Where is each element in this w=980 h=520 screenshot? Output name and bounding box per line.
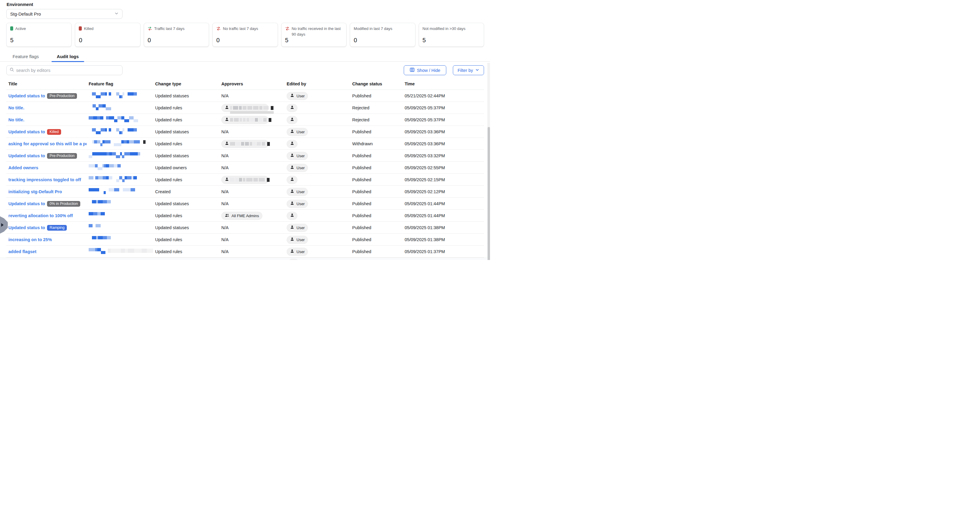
environment-select-value: Stg-Default Pro: [10, 11, 41, 16]
redaction-block: [89, 164, 93, 167]
search-box[interactable]: [6, 65, 123, 75]
approver-redacted-pill: [221, 140, 269, 148]
cell-edited-by: User: [285, 234, 350, 246]
column-header-approvers: Approvers: [219, 78, 285, 90]
redaction-block-dark: [269, 118, 271, 122]
redaction-block: [99, 104, 102, 108]
redaction-block: [96, 131, 101, 134]
stat-card-label-row: No traffic received in the last 90 days: [285, 26, 343, 37]
cell-title: Updated status toRamping: [6, 222, 87, 234]
cell-feature-flag: [87, 186, 153, 198]
status-badge: 0% in Production: [47, 201, 80, 207]
tab-audit-logs[interactable]: Audit logs: [51, 51, 84, 62]
audit-entry-link[interactable]: Updated status to: [8, 153, 45, 158]
person-icon: [290, 105, 294, 111]
redaction-block-gray: [263, 118, 267, 122]
person-icon: [290, 93, 294, 99]
audit-log-table: TitleFeature flagChange typeApproversEdi…: [6, 78, 484, 258]
cell-time: 05/09/2025 01:38PM: [402, 222, 484, 234]
editor-user-pill: User: [286, 152, 308, 160]
cell-feature-flag: [87, 222, 153, 234]
audit-entry-link[interactable]: tracking impressions toggled to off: [8, 177, 81, 182]
redaction-block: [112, 188, 115, 191]
redaction-block: [97, 140, 100, 143]
cell-time: 05/09/2025 02:55PM: [402, 162, 484, 174]
audit-entry-link[interactable]: Updated status to: [8, 94, 45, 98]
redaction-block: [133, 176, 137, 180]
redaction-block: [129, 140, 134, 143]
cell-change-type: Updated statuses: [153, 90, 219, 102]
redaction-block: [95, 152, 99, 156]
stat-card: Not modified in >30 days5: [419, 23, 484, 47]
cell-time: 05/09/2025 05:37PM: [402, 102, 484, 114]
cell-title: added flagset: [6, 246, 87, 258]
stat-card-label: Modified in last 7 days: [354, 26, 392, 32]
redaction-block: [95, 248, 97, 251]
cell-edited-by: User: [285, 90, 350, 102]
cell-approvers: N/A: [219, 90, 285, 102]
cell-change-status: Rejected: [350, 102, 402, 114]
cell-change-type: Updated statuses: [153, 198, 219, 210]
scrollbar-track[interactable]: [487, 63, 490, 260]
editor-avatar-pill: [286, 116, 298, 124]
editor-label: User: [296, 189, 305, 194]
redaction-block: [94, 188, 97, 191]
redaction-block: [103, 236, 107, 239]
search-input[interactable]: [16, 68, 119, 73]
person-icon: [290, 141, 294, 146]
redaction-block: [122, 155, 124, 158]
redaction-block: [109, 92, 111, 95]
redaction-block-gray: [230, 142, 235, 146]
audit-entry-link[interactable]: No title.: [8, 118, 24, 122]
redaction-block: [134, 140, 137, 143]
redaction-block: [105, 128, 107, 132]
editor-label: User: [296, 94, 305, 98]
audit-entry-link[interactable]: Updated status to: [8, 201, 45, 206]
tab-bar: Feature flagsAudit logs: [0, 51, 490, 62]
redaction-block: [98, 200, 103, 204]
redaction-block: [134, 92, 137, 95]
audit-entry-link[interactable]: reverting allocation to 100% off: [8, 213, 73, 218]
environment-select[interactable]: Stg-Default Pro: [6, 9, 123, 19]
show-hide-button[interactable]: Show / Hide: [404, 65, 446, 75]
person-icon: [290, 117, 294, 122]
redaction-block: [114, 143, 119, 146]
cell-title: asking for approval so this will be a pe: [6, 138, 87, 150]
cell-change-status: Published: [350, 90, 402, 102]
cell-feature-flag: [87, 198, 153, 210]
audit-entry-link[interactable]: No title.: [8, 105, 24, 110]
redaction-block: [118, 116, 122, 119]
person-icon: [290, 249, 294, 254]
cell-approvers: N/A: [219, 222, 285, 234]
audit-entry-link[interactable]: Updated status to: [8, 129, 45, 134]
audit-entry-link[interactable]: Updated status to: [8, 225, 45, 230]
redaction-block: [108, 107, 111, 110]
redaction-block: [92, 152, 95, 156]
redaction-block-gray: [243, 178, 245, 181]
redaction-block: [98, 236, 103, 239]
redaction-block: [134, 128, 137, 132]
editor-user-pill: User: [286, 92, 308, 100]
redaction-block: [109, 164, 114, 167]
redaction-block: [106, 164, 109, 167]
redaction-block-gray: [239, 178, 242, 181]
audit-entry-link[interactable]: added flagset: [8, 249, 36, 254]
tab-feature-flags[interactable]: Feature flags: [7, 51, 45, 62]
editor-label: User: [296, 130, 305, 134]
no-traffic-arrows-icon: [216, 26, 221, 33]
column-header-change-type: Change type: [153, 78, 219, 90]
audit-entry-link[interactable]: Added owners: [8, 165, 38, 170]
redaction-block: [114, 164, 118, 167]
editor-user-pill: User: [286, 200, 308, 208]
approver-group-pill: All FME Admins: [221, 212, 262, 220]
audit-entry-link[interactable]: increasing on to 25%: [8, 237, 52, 242]
filter-by-button[interactable]: Filter by: [453, 65, 484, 75]
scrollbar-thumb[interactable]: [488, 127, 490, 260]
audit-entry-link[interactable]: asking for approval so this will be a pe: [8, 142, 87, 146]
redaction-block-gray: [236, 142, 240, 146]
redaction-block: [95, 224, 100, 227]
redaction-block: [93, 212, 97, 215]
redaction-block-gray: [259, 118, 262, 122]
redaction-block: [89, 188, 94, 191]
audit-entry-link[interactable]: initializing stg-Default Pro: [8, 189, 62, 194]
